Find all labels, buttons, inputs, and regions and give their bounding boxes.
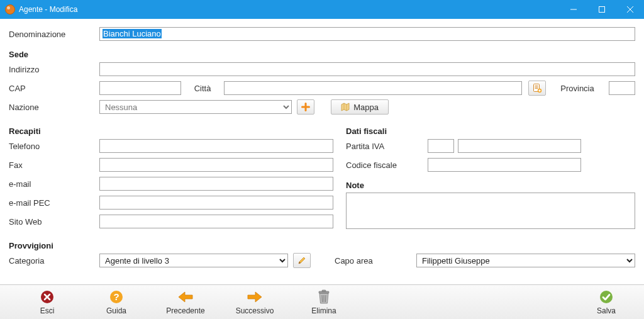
esci-button[interactable]: Esci (13, 286, 82, 318)
guida-label: Guida (106, 306, 126, 315)
successivo-label: Successivo (236, 306, 274, 315)
citta-input[interactable] (224, 81, 522, 95)
mappa-button[interactable]: Mappa (331, 99, 389, 115)
heading-note: Note (346, 177, 364, 191)
svg-line-24 (326, 295, 326, 302)
document-plus-icon (532, 83, 542, 93)
col-left: Recapiti Telefono Fax e-mail e-mail PEC … (9, 118, 333, 233)
titlebar: Agente - Modifica (0, 0, 644, 19)
label-telefono: Telefono (9, 142, 99, 151)
close-button[interactable] (616, 0, 644, 19)
salva-button[interactable]: Salva (581, 286, 631, 318)
fax-input[interactable] (99, 158, 333, 172)
svg-rect-21 (322, 290, 326, 292)
help-circle-icon: ? (108, 289, 125, 305)
cf-input[interactable] (428, 158, 581, 172)
denominazione-wrapper: Bianchi Luciano (99, 27, 635, 41)
salva-label: Salva (597, 306, 616, 315)
piva-prefix-input[interactable] (428, 139, 454, 153)
categoria-edit-button[interactable] (293, 253, 311, 268)
heading-provvigioni: Provvigioni (9, 237, 99, 252)
label-emailpec: e-mail PEC (9, 198, 99, 208)
pencil-icon (297, 256, 306, 265)
indirizzo-input[interactable] (99, 62, 635, 76)
maximize-button[interactable] (587, 0, 616, 19)
close-circle-icon (39, 289, 55, 305)
label-cap: CAP (9, 84, 99, 93)
label-email: e-mail (9, 179, 99, 189)
toolbar: Esci ? Guida Precedente Successivo Elimi… (0, 284, 644, 319)
categoria-select[interactable]: Agente di livello 3 (99, 254, 288, 267)
label-piva: Partita IVA (346, 142, 428, 151)
label-nazione: Nazione (9, 103, 99, 112)
guida-button[interactable]: ? Guida (82, 286, 151, 318)
cap-input[interactable] (99, 81, 181, 95)
elimina-label: Elimina (311, 306, 336, 315)
svg-text:?: ? (113, 291, 119, 302)
app-icon (5, 4, 15, 14)
form-area: Denominazione Bianchi Luciano Sede Indir… (0, 19, 644, 284)
window-title: Agente - Modifica (19, 5, 77, 14)
precedente-label: Precedente (166, 306, 204, 315)
check-circle-icon (598, 289, 614, 305)
telefono-input[interactable] (99, 139, 333, 153)
trash-icon (316, 289, 332, 305)
arrow-left-icon (177, 289, 194, 305)
label-categoria: Categoria (9, 256, 99, 266)
label-citta: Città (181, 84, 224, 93)
successivo-button[interactable]: Successivo (220, 286, 289, 318)
note-textarea[interactable] (346, 193, 635, 229)
emailpec-input[interactable] (99, 196, 333, 210)
mappa-label: Mappa (353, 103, 379, 112)
map-icon (341, 103, 350, 111)
provincia-input[interactable] (609, 81, 635, 95)
email-input[interactable] (99, 177, 333, 191)
precedente-button[interactable]: Precedente (151, 286, 220, 318)
plus-icon (301, 103, 310, 111)
denominazione-input[interactable] (99, 27, 635, 41)
label-denominazione: Denominazione (9, 30, 99, 39)
heading-recapiti: Recapiti (9, 123, 99, 137)
label-cf: Codice fiscale (346, 160, 428, 170)
sitoweb-input[interactable] (99, 215, 333, 228)
elimina-button[interactable]: Elimina (289, 286, 358, 318)
esci-label: Esci (40, 306, 55, 315)
col-right: Dati fiscali Partita IVA Codice fiscale … (333, 118, 635, 233)
label-indirizzo: Indirizzo (9, 65, 99, 74)
nazione-add-button[interactable] (297, 99, 314, 115)
arrow-right-icon (247, 289, 263, 305)
piva-input[interactable] (458, 139, 581, 153)
capoarea-select[interactable]: Filippetti Giuseppe (416, 254, 635, 267)
two-col: Recapiti Telefono Fax e-mail e-mail PEC … (9, 118, 635, 233)
label-fax: Fax (9, 160, 99, 170)
minimize-button[interactable] (559, 0, 587, 19)
svg-rect-1 (599, 7, 604, 13)
heading-datifiscali: Dati fiscali (346, 123, 387, 137)
citta-lookup-button[interactable] (528, 81, 546, 96)
svg-line-22 (322, 295, 323, 302)
svg-point-25 (600, 291, 613, 303)
nazione-select[interactable]: Nessuna (99, 100, 292, 114)
heading-sede: Sede (9, 46, 99, 60)
label-provincia: Provincia (546, 84, 609, 93)
label-sitoweb: Sito Web (9, 217, 99, 227)
label-capoarea: Capo area (335, 256, 416, 266)
